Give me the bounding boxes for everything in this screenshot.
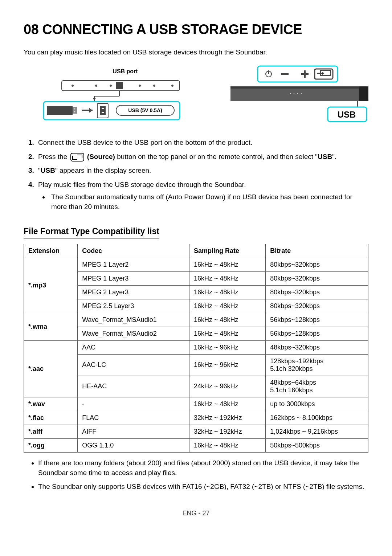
table-row: *.oggOGG 1.1.016kHz ~ 48kHz50kbps~500kbp…	[24, 438, 368, 452]
svg-rect-14	[73, 107, 77, 114]
intro-text: You can play music files located on USB …	[24, 48, 368, 56]
cell-bitrate: 80kbps~320kbps	[266, 258, 368, 271]
svg-point-38	[294, 93, 295, 94]
cell-rate: 16kHz ~ 48kHz	[189, 285, 265, 299]
step-2: Press the (Source) button on the top pan…	[36, 152, 368, 162]
svg-point-40	[301, 93, 302, 94]
cell-codec: MPEG 1 Layer3	[78, 271, 189, 285]
svg-point-2	[95, 85, 97, 87]
table-row: *.mp3MPEG 1 Layer216kHz ~ 48kHz80kbps~32…	[24, 258, 368, 271]
cell-rate: 16kHz ~ 48kHz	[189, 397, 265, 411]
step-2-text-a: Press the	[38, 153, 69, 160]
cell-extension: *.wav	[24, 397, 78, 411]
cell-extension: *.ogg	[24, 438, 78, 452]
cell-bitrate: 80kbps~320kbps	[266, 271, 368, 285]
source-icon	[70, 153, 84, 162]
cell-codec: HE-AAC	[78, 376, 189, 397]
th-bitrate: Bitrate	[266, 244, 368, 258]
step-3-a: "	[38, 167, 41, 174]
cell-codec: MPEG 2.5 Layer3	[78, 299, 189, 313]
cell-codec: Wave_Format_MSAudio2	[78, 327, 189, 340]
step-2-usb-bold: USB	[318, 153, 332, 160]
svg-point-5	[153, 85, 155, 87]
cell-bitrate: 80kbps~320kbps	[266, 299, 368, 313]
cell-bitrate: 48kbps~64kbps 5.1ch 160kbps	[266, 376, 368, 397]
cell-rate: 16kHz ~ 48kHz	[189, 313, 265, 327]
cell-bitrate: 56kbps~128kbps	[266, 313, 368, 327]
cell-bitrate: 1,024kbps ~ 9,216kbps	[266, 425, 368, 438]
cell-codec: Wave_Format_MSAudio1	[78, 313, 189, 327]
table-row: *.wav-16kHz ~ 48kHzup to 3000kbps	[24, 397, 368, 411]
th-codec: Codec	[78, 244, 189, 258]
cell-codec: AIFF	[78, 425, 189, 438]
cell-codec: MPEG 2 Layer3	[78, 285, 189, 299]
cell-bitrate: up to 3000kbps	[266, 397, 368, 411]
page-title: 08 CONNECTING A USB STORAGE DEVICE	[24, 22, 368, 37]
cell-rate: 32kHz ~ 192kHz	[189, 425, 265, 438]
usb-port-label: USB port	[113, 68, 138, 74]
cell-bitrate: 162kbps ~ 8,100kbps	[266, 411, 368, 425]
cell-extension: *.wma	[24, 313, 78, 340]
svg-marker-11	[93, 98, 96, 101]
table-row: *.aacAAC16kHz ~ 96kHz48kbps~320kbps	[24, 340, 368, 354]
step-4-text: Play music files from the USB storage de…	[38, 181, 246, 188]
th-sampling-rate: Sampling Rate	[189, 244, 265, 258]
svg-point-4	[139, 85, 141, 87]
svg-rect-21	[102, 108, 104, 109]
cell-codec: OGG 1.1.0	[78, 438, 189, 452]
cell-codec: FLAC	[78, 411, 189, 425]
cell-codec: AAC	[78, 340, 189, 354]
notes-list: If there are too many folders (about 200…	[24, 458, 368, 492]
cell-rate: 16kHz ~ 48kHz	[189, 438, 265, 452]
cell-extension: *.aac	[24, 340, 78, 397]
svg-point-3	[110, 85, 112, 87]
cell-bitrate: 50kbps~500kbps	[266, 438, 368, 452]
format-table: Extension Codec Sampling Rate Bitrate *.…	[24, 244, 368, 453]
cell-rate: 16kHz ~ 48kHz	[189, 299, 265, 313]
cell-rate: 16kHz ~ 48kHz	[189, 271, 265, 285]
cell-bitrate: 80kbps~320kbps	[266, 285, 368, 299]
cell-codec: AAC-LC	[78, 354, 189, 376]
page-footer: ENG - 27	[24, 510, 368, 517]
cell-rate: 16kHz ~ 96kHz	[189, 340, 265, 354]
th-extension: Extension	[24, 244, 78, 258]
cell-codec: MPEG 1 Layer2	[78, 258, 189, 271]
usb-display-diagram: USB	[230, 65, 368, 127]
step-4: Play music files from the USB storage de…	[36, 180, 368, 212]
step-3-c: " appears in the display screen.	[55, 167, 151, 174]
svg-point-16	[74, 111, 75, 113]
cell-rate: 24kHz ~ 96kHz	[189, 376, 265, 397]
cell-rate: 16kHz ~ 48kHz	[189, 258, 265, 271]
cell-extension: *.aiff	[24, 425, 78, 438]
note-2: The Soundbar only supports USB devices w…	[38, 482, 368, 492]
cell-bitrate: 128kbps~192kbps 5.1ch 320kbps	[266, 354, 368, 376]
file-format-heading: File Format Type Compatibility list	[24, 226, 159, 238]
step-3: "USB" appears in the display screen.	[36, 166, 368, 176]
cell-bitrate: 48kbps~320kbps	[266, 340, 368, 354]
cell-codec: -	[78, 397, 189, 411]
svg-rect-36	[359, 86, 368, 101]
svg-point-6	[171, 85, 173, 87]
usb-display-text: USB	[338, 110, 356, 119]
usb-5v-label: USB (5V 0.5A)	[128, 107, 162, 113]
svg-point-15	[74, 109, 75, 110]
table-row: *.wmaWave_Format_MSAudio116kHz ~ 48kHz56…	[24, 313, 368, 327]
step-2-text-c: button on the top panel or on the remote…	[115, 153, 318, 160]
cell-rate: 16kHz ~ 96kHz	[189, 354, 265, 376]
step-2-source-bold: (Source)	[85, 153, 115, 160]
svg-point-39	[297, 93, 298, 94]
svg-rect-22	[102, 112, 104, 113]
cell-extension: *.flac	[24, 411, 78, 425]
usb-port-diagram: USB port USB (5V 0.5A)	[38, 65, 183, 127]
cell-rate: 32kHz ~ 192kHz	[189, 411, 265, 425]
cell-rate: 16kHz ~ 48kHz	[189, 327, 265, 340]
svg-rect-7	[116, 82, 123, 89]
svg-rect-13	[47, 106, 73, 115]
table-row: *.flacFLAC32kHz ~ 192kHz162kbps ~ 8,100k…	[24, 411, 368, 425]
step-4-sub: The Soundbar automatically turns off (Au…	[49, 192, 368, 212]
step-3-usb-bold: USB	[41, 167, 55, 174]
table-header-row: Extension Codec Sampling Rate Bitrate	[24, 244, 368, 258]
svg-rect-20	[100, 106, 106, 115]
step-2-text-e: ".	[332, 153, 336, 160]
diagram-row: USB port USB (5V 0.5A)	[38, 65, 368, 127]
